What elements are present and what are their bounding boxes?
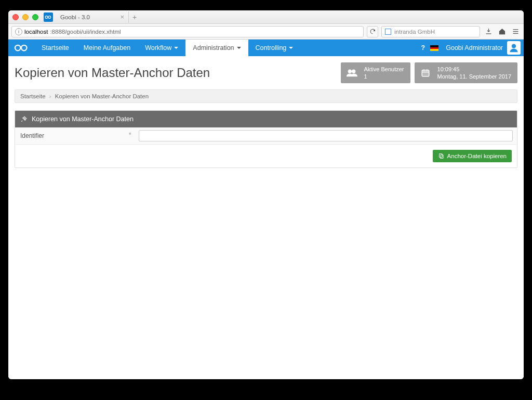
datetime-box: 10:09:45 Montag, 11. September 2017 bbox=[415, 62, 517, 83]
svg-point-5 bbox=[348, 70, 352, 73]
browser-window: Goobi - 3.0 × + i localhost:8888/goobi/u… bbox=[8, 10, 524, 379]
svg-point-2 bbox=[15, 45, 21, 51]
panel-header: Kopieren von Master-Anchor Daten bbox=[15, 111, 517, 127]
breadcrumb: Startseite › Kopieren von Master-Anchor … bbox=[15, 89, 517, 103]
nav-meine-aufgaben[interactable]: Meine Aufgaben bbox=[76, 40, 138, 56]
breadcrumb-current: Kopieren von Master-Anchor Daten bbox=[55, 93, 149, 99]
page-content: Kopieren von Master-Anchor Daten Aktive … bbox=[8, 56, 524, 379]
breadcrumb-separator: › bbox=[49, 93, 51, 99]
close-window-button[interactable] bbox=[12, 14, 19, 20]
panel-footer: Anchor-Datei kopieren bbox=[15, 145, 517, 167]
active-users-box[interactable]: Aktive Benutzer 1 bbox=[341, 62, 410, 83]
panel-title: Kopieren von Master-Anchor Daten bbox=[32, 115, 134, 123]
url-path: :8888/goobi/uii/index.xhtml bbox=[50, 29, 121, 35]
browser-tab[interactable]: Goobi - 3.0 × bbox=[56, 11, 129, 23]
active-users-count: 1 bbox=[364, 73, 404, 80]
new-tab-button[interactable]: + bbox=[129, 11, 140, 23]
downloads-button[interactable] bbox=[483, 27, 494, 37]
window-controls bbox=[12, 14, 38, 20]
active-users-label: Aktive Benutzer bbox=[364, 66, 404, 73]
menu-button[interactable] bbox=[510, 27, 521, 37]
copy-icon bbox=[438, 153, 444, 159]
plug-icon bbox=[20, 115, 28, 123]
search-placeholder: intranda GmbH bbox=[394, 29, 435, 35]
app-navbar: Startseite Meine Aufgaben Workflow Admin… bbox=[8, 40, 524, 56]
svg-rect-13 bbox=[440, 155, 443, 159]
nav-startseite[interactable]: Startseite bbox=[34, 40, 76, 56]
url-host: localhost bbox=[24, 29, 48, 35]
tab-title: Goobi - 3.0 bbox=[60, 14, 90, 20]
maximize-window-button[interactable] bbox=[32, 14, 38, 20]
chevron-down-icon bbox=[174, 47, 178, 49]
identifier-input[interactable] bbox=[139, 130, 513, 141]
svg-rect-12 bbox=[439, 154, 442, 158]
language-flag-de[interactable] bbox=[430, 45, 438, 51]
nav-controlling[interactable]: Controlling bbox=[248, 40, 301, 56]
current-user-name[interactable]: Goobi Administrator bbox=[446, 44, 503, 51]
users-icon bbox=[345, 68, 358, 78]
tab-favicon bbox=[44, 12, 53, 22]
copy-button-label: Anchor-Datei kopieren bbox=[447, 153, 507, 159]
svg-point-0 bbox=[45, 16, 48, 18]
home-button[interactable] bbox=[497, 27, 507, 37]
page-header-row: Kopieren von Master-Anchor Daten Aktive … bbox=[15, 62, 517, 83]
svg-point-3 bbox=[21, 45, 27, 51]
current-time: 10:09:45 bbox=[437, 66, 511, 73]
close-tab-icon[interactable]: × bbox=[120, 13, 124, 21]
form-row-identifier: Identifier * bbox=[15, 127, 517, 145]
calendar-icon bbox=[419, 68, 432, 78]
minimize-window-button[interactable] bbox=[22, 14, 29, 20]
site-info-icon[interactable]: i bbox=[15, 28, 22, 35]
nav-administration[interactable]: Administration bbox=[185, 40, 248, 56]
help-button[interactable]: ? bbox=[421, 44, 425, 51]
copy-anchor-button[interactable]: Anchor-Datei kopieren bbox=[433, 150, 512, 162]
current-date: Montag, 11. September 2017 bbox=[437, 73, 511, 80]
required-asterisk: * bbox=[129, 131, 131, 139]
svg-rect-7 bbox=[422, 70, 429, 76]
address-bar[interactable]: i localhost:8888/goobi/uii/index.xhtml bbox=[11, 26, 364, 37]
page-title: Kopieren von Master-Anchor Daten bbox=[15, 62, 337, 80]
browser-tabstrip: Goobi - 3.0 × + bbox=[44, 11, 140, 23]
svg-point-1 bbox=[48, 16, 51, 18]
breadcrumb-root[interactable]: Startseite bbox=[20, 93, 46, 99]
app-logo[interactable] bbox=[8, 43, 34, 53]
reload-button[interactable] bbox=[367, 26, 378, 37]
chevron-down-icon bbox=[237, 47, 241, 49]
empty-space bbox=[15, 175, 517, 373]
form-panel: Kopieren von Master-Anchor Daten Identif… bbox=[15, 110, 517, 168]
user-menu-button[interactable] bbox=[507, 41, 521, 55]
nav-workflow[interactable]: Workflow bbox=[138, 40, 185, 56]
svg-point-6 bbox=[352, 70, 355, 73]
search-engine-icon bbox=[385, 29, 391, 35]
svg-point-4 bbox=[512, 44, 516, 48]
search-box[interactable]: intranda GmbH bbox=[381, 26, 480, 37]
url-toolbar: i localhost:8888/goobi/uii/index.xhtml i… bbox=[8, 24, 524, 40]
identifier-label: Identifier * bbox=[15, 128, 135, 143]
mac-titlebar: Goobi - 3.0 × + bbox=[8, 10, 524, 24]
chevron-down-icon bbox=[289, 47, 293, 49]
